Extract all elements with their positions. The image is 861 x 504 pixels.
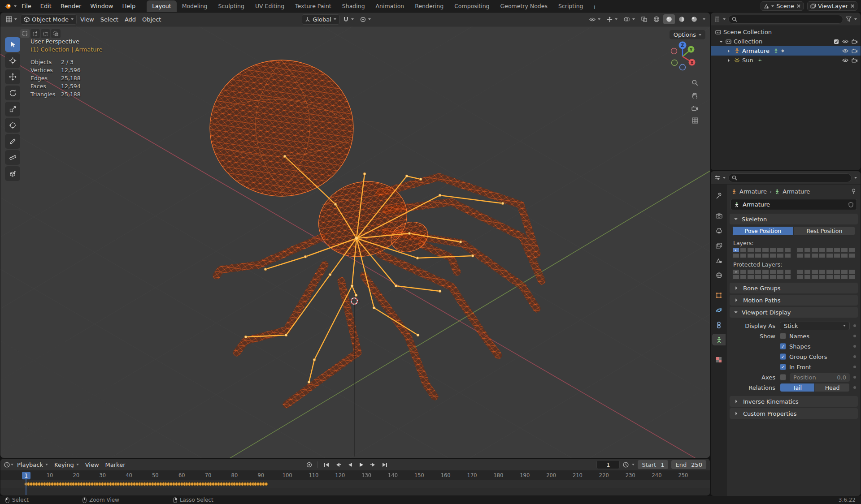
disclosure-icon[interactable]	[728, 59, 731, 62]
disable-render-icon[interactable]	[852, 48, 858, 53]
view-layer-name[interactable]: ViewLayer	[818, 3, 848, 9]
select-mode-subtract[interactable]	[41, 29, 50, 38]
workspace-tab[interactable]: Layout	[147, 0, 177, 12]
layers-layer-toggle[interactable]	[848, 248, 856, 253]
protected-layer-toggle[interactable]	[848, 269, 856, 274]
tab-view-layer[interactable]	[712, 240, 726, 251]
menu-add[interactable]: Add	[122, 14, 139, 25]
playback-sync-caret[interactable]	[632, 464, 635, 465]
armature-name-field[interactable]: Armature	[731, 199, 857, 210]
layers-layer-toggle[interactable]	[777, 253, 784, 258]
menu-view[interactable]: View	[78, 14, 97, 25]
workspace-tab[interactable]: UV Editing	[250, 0, 290, 12]
protected-layer-toggle[interactable]	[755, 269, 762, 274]
protected-layer-toggle[interactable]	[841, 269, 848, 274]
protected-layer-toggle[interactable]	[826, 269, 833, 274]
editor-type-caret[interactable]	[723, 177, 726, 179]
tab-world[interactable]	[712, 269, 726, 281]
menu-keying[interactable]: Keying	[52, 460, 82, 470]
tab-tool[interactable]	[712, 190, 726, 202]
protected-layer-toggle[interactable]	[811, 275, 818, 280]
workspace-tab[interactable]: Compositing	[449, 0, 495, 12]
layers-layer-toggle[interactable]	[755, 253, 762, 258]
layers-layer-toggle[interactable]	[732, 253, 739, 258]
hide-eye-icon[interactable]	[842, 39, 848, 44]
protected-layer-toggle[interactable]	[848, 275, 856, 280]
layers-layer-toggle[interactable]	[747, 248, 754, 253]
viewport-canvas[interactable]: User Perspective (1) Collection | Armatu…	[0, 26, 710, 458]
scene-browse-caret[interactable]	[771, 5, 774, 7]
editor-type-caret[interactable]	[11, 464, 13, 465]
outliner-row-armature[interactable]: Armature	[711, 46, 861, 56]
view-layer-selector[interactable]: ViewLayer	[807, 1, 857, 11]
pin-icon[interactable]	[851, 189, 856, 194]
tool-add-cube[interactable]	[5, 166, 20, 181]
scene-selector[interactable]: Scene	[761, 1, 804, 11]
in-front-checkbox[interactable]	[780, 364, 786, 370]
animation-data-icon[interactable]	[781, 49, 785, 53]
protected-layer-toggle[interactable]	[796, 275, 804, 280]
protected-layer-toggle[interactable]	[784, 269, 791, 274]
layers-layer-toggle[interactable]	[841, 253, 848, 258]
ortho-grid-icon[interactable]	[691, 117, 698, 124]
playback-sync-icon[interactable]	[623, 462, 629, 468]
disclosure-icon[interactable]	[728, 49, 731, 53]
snap-caret[interactable]	[351, 18, 354, 20]
protected-layer-toggle[interactable]	[819, 269, 826, 274]
camera-view-icon[interactable]	[691, 105, 698, 111]
menu-edit[interactable]: Edit	[36, 1, 56, 11]
auto-keying-button[interactable]	[304, 460, 314, 469]
play-button[interactable]	[356, 460, 367, 469]
protected-layer-toggle[interactable]	[732, 269, 739, 274]
layers-layer-toggle[interactable]	[755, 248, 762, 253]
layers-layer-toggle[interactable]	[796, 248, 804, 253]
animate-dot[interactable]	[853, 366, 856, 368]
protected-layer-toggle[interactable]	[834, 275, 841, 280]
protected-layer-toggle[interactable]	[841, 275, 848, 280]
workspace-tab[interactable]: Scripting	[553, 0, 589, 12]
timeline-ruler[interactable]: 1020304050607080901001101201301401501601…	[0, 471, 710, 480]
layers-layer-toggle[interactable]	[834, 248, 841, 253]
select-mode-extend[interactable]	[30, 29, 40, 38]
layers-layer-toggle[interactable]	[770, 253, 777, 258]
hide-eye-icon[interactable]	[842, 58, 848, 63]
editor-type-selector[interactable]	[3, 14, 20, 25]
mode-selector[interactable]: Object Mode	[21, 14, 77, 25]
jump-to-end-button[interactable]	[379, 460, 390, 469]
relations-head-button[interactable]: Head	[815, 383, 850, 392]
protected-layer-toggle[interactable]	[740, 275, 747, 280]
armature-data-icon[interactable]	[774, 48, 778, 53]
play-reverse-button[interactable]	[344, 460, 355, 469]
transform-orientation-dropdown[interactable]: Global	[302, 14, 339, 25]
gizmos-dropdown[interactable]	[604, 14, 620, 25]
layers-layer-toggle[interactable]	[826, 253, 833, 258]
protected-layer-toggle[interactable]	[826, 275, 833, 280]
outliner-row-scene-collection[interactable]: Scene Collection	[711, 27, 861, 37]
section-motion-paths[interactable]: Motion Paths	[730, 295, 858, 306]
menu-marker[interactable]: Marker	[103, 460, 128, 470]
select-mode-intersect[interactable]	[51, 29, 61, 38]
tool-scale[interactable]	[5, 102, 20, 116]
workspace-tab[interactable]: Shading	[337, 0, 370, 12]
display-as-dropdown[interactable]: Stick	[780, 322, 850, 330]
tool-select-box[interactable]	[5, 37, 20, 52]
disable-render-icon[interactable]	[852, 58, 858, 63]
add-workspace-button[interactable]: +	[589, 2, 601, 12]
disable-render-icon[interactable]	[852, 39, 858, 44]
protected-layer-toggle[interactable]	[804, 275, 811, 280]
proportional-editing-toggle[interactable]	[357, 14, 374, 25]
menu-file[interactable]: File	[17, 1, 35, 11]
protected-layer-toggle[interactable]	[747, 275, 754, 280]
tab-constraints[interactable]	[712, 319, 726, 331]
protected-layer-toggle[interactable]	[770, 269, 777, 274]
outliner-row-sun[interactable]: Sun	[711, 56, 861, 65]
shading-dropdown-caret[interactable]	[703, 18, 705, 20]
tool-cursor[interactable]	[5, 53, 20, 68]
breadcrumb-object[interactable]: Armature	[739, 188, 767, 195]
protected-layer-toggle[interactable]	[784, 275, 791, 280]
animate-dot[interactable]	[853, 345, 856, 348]
outliner-row-collection[interactable]: Collection	[711, 37, 861, 46]
protected-layer-toggle[interactable]	[762, 275, 769, 280]
keyframe-diamond[interactable]	[264, 482, 269, 487]
layers-layer-toggle[interactable]	[819, 253, 826, 258]
